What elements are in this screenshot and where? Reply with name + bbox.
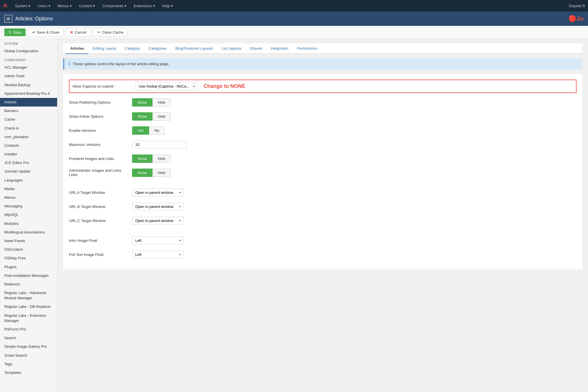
frontend-images-label: Frontend Images and Links (69, 157, 132, 161)
sidebar-item-languages[interactable]: Languages (0, 176, 57, 185)
tab-blog-featured[interactable]: Blog/Featured Layouts (171, 43, 217, 54)
content-menu[interactable]: Content ▾ (76, 2, 98, 9)
tabs-bar: Articles Editing Layout Category Categor… (63, 43, 582, 54)
sidebar-item-acl-manager[interactable]: ACL Manager (0, 63, 57, 72)
sidebar-item-media[interactable]: Media (0, 185, 57, 193)
sidebar-item-osmap[interactable]: OSMap Free (0, 254, 57, 262)
tab-permissions[interactable]: Permissions (293, 43, 322, 54)
admin-images-hide-btn[interactable]: Hide (152, 169, 171, 177)
sidebar-item-simple-image-gallery[interactable]: Simple Image Gallery Pro (0, 342, 57, 351)
enable-versions-toggle: Yes No (132, 126, 165, 135)
url-c-select[interactable]: Open in parent window (132, 217, 184, 225)
sidebar-item-rsform[interactable]: RSForm! Pro (0, 325, 57, 334)
admin-images-show-btn[interactable]: Show (132, 169, 152, 177)
sidebar-item-menus[interactable]: Menus (0, 193, 57, 202)
url-a-row: URL A Target Window Open in parent windo… (69, 188, 577, 197)
captcha-select[interactable]: Use Global (Captcha - ReCa... (136, 82, 198, 90)
page-title: Articles: Options (15, 16, 53, 22)
tab-shared[interactable]: Shared (246, 43, 266, 54)
sidebar-item-multilingual[interactable]: Multilingual Associations (0, 228, 57, 237)
sidebar-item-search[interactable]: Search (0, 334, 57, 342)
sidebar-item-contacts[interactable]: Contacts (0, 141, 57, 150)
main-layout: SYSTEM Global Configuration COMPONENT AC… (0, 39, 588, 392)
sidebar-item-installer[interactable]: Installer (0, 150, 57, 159)
users-menu[interactable]: Users ▾ (35, 2, 53, 9)
intro-image-select[interactable]: Left (132, 237, 184, 244)
captcha-row: Allow Captcha on submit Use Global (Capt… (69, 80, 577, 93)
components-menu[interactable]: Components ▾ (99, 2, 129, 9)
joomla-logo-icon: ✕ (3, 2, 8, 9)
sidebar: SYSTEM Global Configuration COMPONENT AC… (0, 39, 57, 392)
sidebar-item-news-feeds[interactable]: News Feeds (0, 237, 57, 245)
checkmark-icon: ✔ (32, 30, 35, 34)
sidebar-item-oscontent[interactable]: OSContent (0, 245, 57, 254)
tab-list-layouts[interactable]: List Layouts (217, 43, 246, 54)
extensions-menu[interactable]: Extensions ▾ (131, 2, 158, 9)
max-versions-label: Maximum Versions (69, 142, 132, 147)
url-b-select-wrap: Open in parent window ▼ (132, 203, 184, 211)
url-a-select-wrap: Open in parent window ▼ (132, 189, 184, 196)
tab-category[interactable]: Category (121, 43, 144, 54)
show-publishing-label: Show Publishing Options (69, 100, 132, 105)
show-publishing-show-btn[interactable]: Show (132, 98, 152, 107)
sidebar-item-regular-labs-amm[interactable]: Regular Labs - Advanced Module Manager (0, 289, 57, 302)
frontend-images-hide-btn[interactable]: Hide (152, 155, 171, 163)
enable-versions-control: Yes No (132, 126, 165, 135)
intro-image-select-wrap: Left ▼ (132, 237, 184, 244)
sidebar-item-articles[interactable]: Articles (0, 98, 57, 107)
sidebar-item-mijosql[interactable]: MijoSQL (0, 211, 57, 219)
url-b-select[interactable]: Open in parent window (132, 203, 184, 211)
sidebar-item-appointment-booking[interactable]: Appointment Booking Pro 4 (0, 89, 57, 98)
sidebar-item-banners[interactable]: Banners (0, 107, 57, 115)
url-c-control: Open in parent window ▼ (132, 217, 184, 225)
tab-integration[interactable]: Integration (266, 43, 293, 54)
sidebar-item-regular-labs-db[interactable]: Regular Labs - DB Replacer (0, 302, 57, 311)
sidebar-item-templates[interactable]: Templates (0, 368, 57, 377)
sidebar-item-regular-labs-ext[interactable]: Regular Labs - Extension Manager (0, 311, 57, 325)
frontend-images-show-btn[interactable]: Show (132, 155, 152, 163)
sidebar-item-cache[interactable]: Cache (0, 115, 57, 124)
sidebar-item-smart-search[interactable]: Smart Search (0, 351, 57, 360)
sidebar-item-post-install[interactable]: Post-installation Messages (0, 271, 57, 280)
header-grid-icon: ⊞ (4, 15, 12, 23)
system-menu[interactable]: System ▾ (12, 2, 33, 9)
clean-cache-button[interactable]: ✂ Clean Cache (93, 28, 128, 36)
save-close-button[interactable]: ✔ Save & Close (28, 28, 64, 36)
full-text-select[interactable]: Left (132, 251, 184, 258)
sidebar-item-global-config[interactable]: Global Configuration (0, 47, 57, 55)
tab-editing-layout[interactable]: Editing Layout (88, 43, 121, 54)
sidebar-item-com-jdonation[interactable]: com_jdonation (0, 133, 57, 141)
max-versions-control: 10 (132, 141, 187, 148)
enable-versions-yes-btn[interactable]: Yes (132, 126, 149, 135)
help-menu[interactable]: Help ▾ (159, 2, 176, 9)
enable-versions-row: Enable Versions Yes No (69, 125, 577, 135)
sidebar-item-joomla-update[interactable]: Joomla! Update (0, 167, 57, 176)
enable-versions-no-btn[interactable]: No (149, 126, 165, 135)
max-versions-input[interactable]: 10 (132, 141, 187, 148)
sidebar-item-check-in[interactable]: Check-in (0, 124, 57, 133)
show-article-hide-btn[interactable]: Hide (152, 112, 171, 121)
sidebar-item-messaging[interactable]: Messaging (0, 202, 57, 211)
show-publishing-toggle: Show Hide (132, 98, 171, 107)
sidebar-item-plugins[interactable]: Plugins (0, 263, 57, 271)
show-article-show-btn[interactable]: Show (132, 112, 152, 121)
sidebar-item-modules[interactable]: Modules (0, 219, 57, 228)
frontend-images-toggle: Show Hide (132, 155, 171, 163)
tab-articles[interactable]: Articles (66, 43, 88, 54)
enable-versions-label: Enable Versions (69, 128, 132, 133)
menus-menu[interactable]: Menus ▾ (55, 2, 75, 9)
sidebar-item-tags[interactable]: Tags (0, 360, 57, 368)
sidebar-item-akeeba-backup[interactable]: Akeeba Backup (0, 81, 57, 89)
cancel-button[interactable]: ✖ Cancel (66, 28, 90, 36)
sidebar-item-redirects[interactable]: Redirects (0, 280, 57, 289)
show-publishing-hide-btn[interactable]: Hide (152, 98, 171, 107)
save-button[interactable]: ✎ Save (4, 28, 26, 36)
top-navigation: ✕ System ▾ Users ▾ Menus ▾ Content ▾ Com… (0, 0, 588, 11)
frontend-images-control: Show Hide (132, 155, 171, 163)
intro-image-label: Intro Image Float (69, 238, 132, 243)
tab-categories[interactable]: Categories (144, 43, 171, 54)
url-a-select[interactable]: Open in parent window (132, 189, 184, 196)
sidebar-item-admin-tools[interactable]: Admin Tools (0, 72, 57, 80)
admin-images-toggle: Show Hide (132, 169, 171, 177)
sidebar-item-jce-editor[interactable]: JCE Editor Pro (0, 159, 57, 167)
